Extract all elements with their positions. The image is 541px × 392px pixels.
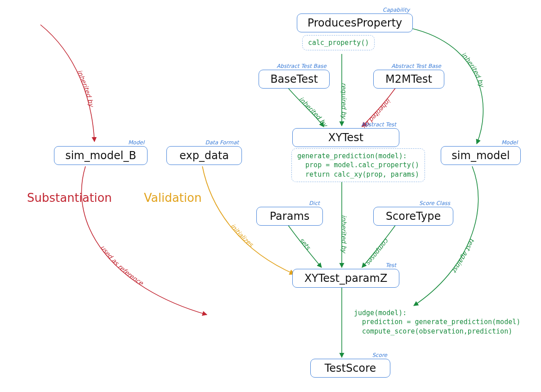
node-tag: Model [128, 139, 144, 146]
code-calc-property: calc_property() [302, 35, 375, 50]
svg-text:inherited by: inherited by [460, 51, 486, 89]
node-label: BaseTest [270, 73, 318, 85]
node-xy-test-paramz: Test XYTest_paramZ [292, 269, 399, 288]
node-tag: Score [372, 352, 387, 358]
svg-text:inherited by: inherited by [298, 95, 330, 129]
node-label: XYTest [328, 131, 363, 144]
node-base-test: Abstract Test Base BaseTest [259, 70, 330, 89]
node-tag: Abstract Test [361, 121, 396, 128]
svg-text:used as reference: used as reference [99, 244, 145, 287]
section-label-substantiation: Substantiation [27, 191, 112, 205]
edge-label: used as reference [99, 244, 145, 287]
edge-label: required by [340, 83, 348, 120]
node-m2m-test: Abstract Test Base M2MTest [373, 70, 444, 89]
node-score-type: Score Class ScoreType [373, 207, 453, 226]
edge-label: inherited by [460, 51, 486, 89]
node-exp-data: Data Format exp_data [166, 146, 242, 165]
svg-text:required by: required by [340, 83, 348, 120]
diagram-canvas: required by inherited by inherited by in… [0, 0, 541, 392]
svg-text:sets: sets [298, 236, 312, 252]
edge-label: inherited by [340, 215, 348, 254]
node-xy-test: Abstract Test XYTest [292, 128, 399, 147]
node-sim-model-b: Model sim_model_B [54, 146, 148, 165]
node-produces-property: Capability ProducesProperty [297, 13, 413, 32]
edge-label: inherited by [76, 69, 95, 108]
node-label: sim_model [452, 149, 510, 162]
node-label: TestScore [325, 362, 376, 374]
node-tag: Dict [309, 200, 320, 206]
node-label: ScoreType [386, 210, 441, 223]
node-label: Params [270, 210, 310, 223]
code-generate-prediction: generate_prediction(model): prop = model… [291, 148, 425, 182]
node-tag: Score Class [419, 200, 450, 206]
edge-label: sets [298, 236, 312, 252]
svg-text:test against: test against [450, 237, 476, 275]
code-judge: judge(model): prediction = generate_pred… [349, 306, 526, 339]
node-tag: Abstract Test Base [391, 63, 441, 69]
node-tag: Capability [383, 7, 410, 13]
node-label: XYTest_paramZ [304, 272, 388, 285]
node-tag: Abstract Test Base [277, 63, 326, 69]
edge-label: initializes [229, 223, 255, 249]
node-label: sim_model_B [65, 149, 136, 162]
node-tag: Data Format [205, 139, 239, 146]
node-tag: Test [385, 262, 396, 268]
svg-text:initializes: initializes [229, 223, 255, 249]
node-sim-model: Model sim_model [441, 146, 521, 165]
node-label: ProducesProperty [308, 17, 402, 29]
node-label: M2MTest [385, 73, 432, 85]
node-tag: Model [501, 139, 518, 146]
node-test-score: Score TestScore [310, 359, 390, 378]
svg-text:inherited by: inherited by [76, 69, 95, 108]
node-params: Dict Params [256, 207, 323, 226]
edge-label: test against [450, 237, 476, 275]
edge-label: inherited by [298, 95, 330, 129]
section-label-validation: Validation [144, 191, 201, 205]
svg-text:inherited by: inherited by [340, 215, 348, 254]
node-label: exp_data [179, 149, 229, 162]
